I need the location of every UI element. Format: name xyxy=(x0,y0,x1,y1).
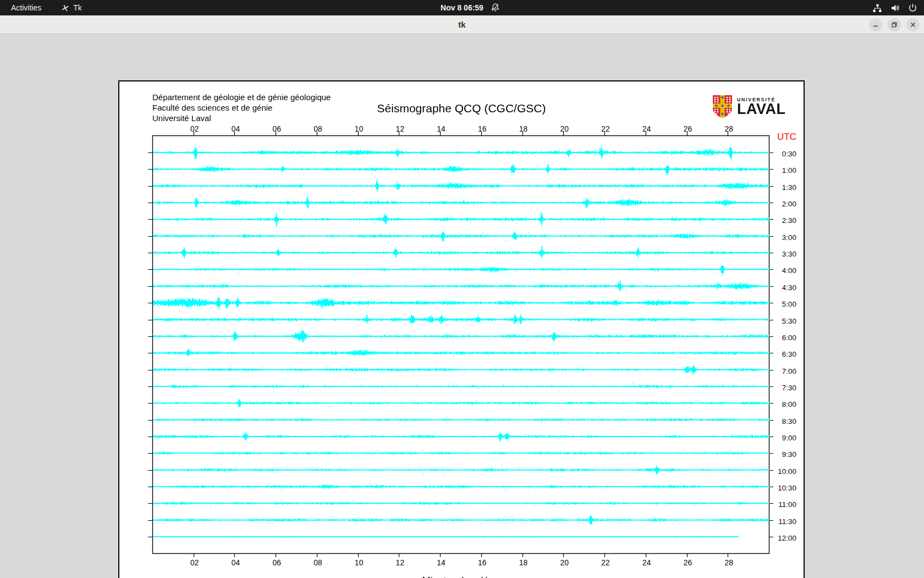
x-tick-label-top: 14 xyxy=(437,124,446,133)
x-tick-label-bottom: 24 xyxy=(642,558,651,567)
seismograph-chart-frame: Département de géologie et de génie géol… xyxy=(118,80,805,578)
y-tick-label: 6:00 xyxy=(774,333,796,341)
x-tick-label-bottom: 26 xyxy=(684,558,692,567)
x-tick-label-bottom: 12 xyxy=(396,558,405,567)
window-title: tk xyxy=(458,20,465,29)
x-tick-label-bottom: 10 xyxy=(355,558,364,567)
y-tick-label: 9:00 xyxy=(774,433,796,441)
clock-label[interactable]: Nov 8 06:59 xyxy=(441,3,483,12)
y-tick-label: 3:00 xyxy=(774,233,796,241)
institution-line: Département de géologie et de génie géol… xyxy=(152,92,331,102)
laval-logo: UNIVERSITÉ LAVAL xyxy=(712,95,785,121)
laval-wordmark: UNIVERSITÉ LAVAL xyxy=(737,95,785,121)
x-tick-label-top: 18 xyxy=(519,124,528,133)
y-tick-label: 9:30 xyxy=(774,450,796,459)
y-tick-label: 1:00 xyxy=(774,166,796,175)
minimize-button[interactable] xyxy=(869,18,882,31)
y-tick-label: 10:30 xyxy=(774,484,796,492)
y-tick-label: 2:00 xyxy=(774,200,796,208)
x-tick-label-bottom: 18 xyxy=(519,558,528,567)
x-tick-label-bottom: 14 xyxy=(437,558,446,567)
x-tick-label-top: 04 xyxy=(232,124,240,133)
gnome-top-bar: Activities Tk Nov 8 06:59 xyxy=(0,0,924,15)
power-icon[interactable] xyxy=(908,3,917,13)
x-tick-label-bottom: 02 xyxy=(190,558,199,567)
x-tick-label-bottom: 16 xyxy=(478,558,487,567)
x-tick-label-bottom: 08 xyxy=(314,558,322,567)
x-tick-label-bottom: 28 xyxy=(724,558,733,567)
y-tick-label: 3:30 xyxy=(774,250,796,258)
window-content: Département de géologie et de génie géol… xyxy=(0,34,924,578)
x-tick-label-top: 06 xyxy=(272,124,281,133)
y-tick-label: 8:00 xyxy=(774,400,796,408)
x-tick-label-top: 22 xyxy=(601,124,610,133)
y-tick-label: 2:30 xyxy=(774,216,796,225)
x-tick-label-top: 28 xyxy=(724,124,733,133)
x-tick-label-top: 02 xyxy=(190,124,199,133)
network-icon[interactable] xyxy=(873,3,882,13)
window-titlebar: tk xyxy=(0,15,924,34)
x-tick-label-bottom: 04 xyxy=(232,558,240,567)
y-tick-label: 8:30 xyxy=(774,417,796,425)
y-tick-label: 5:00 xyxy=(774,300,796,308)
laval-wordmark-large: LAVAL xyxy=(737,102,785,116)
chart-title: Séismographe QCQ (CGC/GSC) xyxy=(119,102,804,115)
y-tick-label: 4:30 xyxy=(774,283,796,291)
y-tick-label: 12:00 xyxy=(774,534,796,542)
utc-label: UTC xyxy=(777,132,796,143)
x-tick-label-top: 16 xyxy=(478,124,487,133)
maximize-button[interactable] xyxy=(888,18,901,31)
x-tick-label-top: 20 xyxy=(560,124,569,133)
desktop: Activities Tk Nov 8 06:59 xyxy=(0,0,924,578)
seismogram-canvas xyxy=(119,81,804,578)
y-tick-label: 11:30 xyxy=(774,517,796,525)
x-tick-label-top: 12 xyxy=(396,124,405,133)
y-tick-label: 4:00 xyxy=(774,266,796,275)
close-button[interactable] xyxy=(906,18,920,31)
laval-shield-icon xyxy=(712,95,733,121)
y-tick-label: 0:30 xyxy=(774,150,796,158)
x-tick-label-top: 10 xyxy=(355,124,364,133)
notifications-muted-icon xyxy=(491,3,500,14)
y-tick-label: 7:30 xyxy=(774,383,796,391)
x-tick-label-bottom: 22 xyxy=(601,558,610,567)
y-tick-label: 10:00 xyxy=(774,467,796,475)
y-tick-label: 5:30 xyxy=(774,317,796,325)
x-tick-label-bottom: 20 xyxy=(560,558,569,567)
x-tick-label-bottom: 06 xyxy=(272,558,281,567)
volume-icon[interactable] xyxy=(890,3,900,13)
x-tick-label-top: 08 xyxy=(314,124,322,133)
x-tick-label-top: 26 xyxy=(684,124,692,133)
y-tick-label: 11:00 xyxy=(774,500,796,509)
y-tick-label: 1:30 xyxy=(774,183,796,191)
x-tick-label-top: 24 xyxy=(642,124,651,133)
y-tick-label: 6:30 xyxy=(774,350,796,358)
y-tick-label: 7:00 xyxy=(774,367,796,375)
x-axis-title: Minutes écoulées xyxy=(152,575,769,578)
